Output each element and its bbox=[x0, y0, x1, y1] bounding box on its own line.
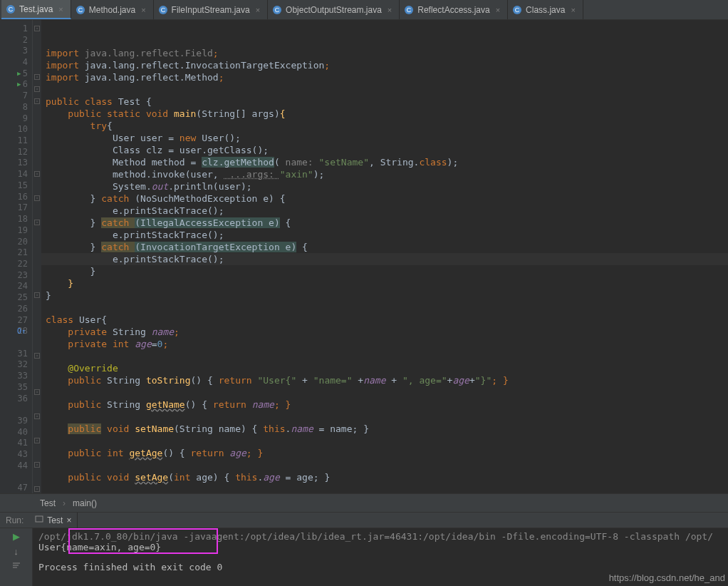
run-title: Run: bbox=[0, 515, 29, 525]
close-icon[interactable]: × bbox=[58, 5, 63, 14]
close-icon[interactable]: × bbox=[66, 515, 71, 525]
class-icon: C bbox=[272, 5, 282, 15]
line-number[interactable]: 16 bbox=[0, 191, 32, 202]
line-number[interactable]: 24 bbox=[0, 281, 32, 292]
line-number[interactable]: 6▶ bbox=[0, 79, 32, 91]
line-number[interactable] bbox=[0, 403, 32, 415]
fold-toggle-icon[interactable]: - bbox=[34, 353, 40, 359]
class-icon: C bbox=[512, 5, 522, 15]
run-gutter-icon[interactable]: ▶ bbox=[17, 70, 21, 77]
line-number[interactable]: 13 bbox=[0, 158, 32, 169]
fold-toggle-icon[interactable]: - bbox=[34, 389, 40, 395]
line-number[interactable]: 19 bbox=[0, 225, 32, 236]
line-number[interactable]: 25 bbox=[0, 292, 32, 303]
close-icon[interactable]: × bbox=[388, 6, 392, 14]
tab-class-java[interactable]: C Class.java × bbox=[508, 0, 583, 19]
line-number[interactable]: 14 bbox=[0, 168, 32, 180]
chevron-right-icon: › bbox=[63, 498, 66, 508]
tab-test-java[interactable]: C Test.java × bbox=[1, 0, 71, 19]
breadcrumb-item[interactable]: Test bbox=[40, 498, 56, 508]
line-number[interactable]: 5▶ bbox=[0, 68, 32, 79]
line-number[interactable]: 22 bbox=[0, 258, 32, 269]
svg-text:C: C bbox=[78, 6, 83, 14]
run-play-icon[interactable]: ▶ bbox=[13, 531, 20, 542]
line-number[interactable]: 41 bbox=[0, 438, 32, 449]
line-number[interactable]: 3 bbox=[0, 45, 32, 56]
line-number[interactable]: 21 bbox=[0, 247, 32, 258]
editor-area[interactable]: 12345▶6▶78910111213141516171819202122232… bbox=[0, 20, 728, 493]
watermark: https://blog.csdn.net/he_and bbox=[609, 572, 725, 583]
line-number[interactable]: 17 bbox=[0, 202, 32, 214]
run-console[interactable]: /opt/jdk1.7.0_80/bin/java -javaagent:/op… bbox=[33, 528, 728, 586]
class-icon: C bbox=[6, 4, 16, 14]
run-tab[interactable]: Test × bbox=[29, 513, 78, 528]
line-number[interactable]: 1 bbox=[0, 23, 32, 34]
class-icon: C bbox=[158, 5, 168, 15]
softwrap-icon[interactable] bbox=[11, 561, 21, 572]
fold-toggle-icon[interactable]: - bbox=[34, 220, 40, 225]
fold-toggle-icon[interactable]: - bbox=[34, 438, 40, 443]
svg-text:C: C bbox=[9, 6, 14, 13]
run-gutter-icon[interactable]: ▶ bbox=[17, 81, 21, 88]
run-down-icon[interactable]: ↓ bbox=[14, 546, 19, 557]
fold-toggle-icon[interactable]: - bbox=[34, 292, 40, 298]
fold-toggle-icon[interactable]: - bbox=[34, 486, 40, 492]
line-number[interactable]: 23 bbox=[0, 269, 32, 281]
line-number[interactable]: 18 bbox=[0, 213, 32, 225]
line-number[interactable]: 31 bbox=[0, 348, 32, 359]
fold-toggle-icon[interactable]: - bbox=[34, 74, 40, 80]
line-number[interactable]: 9 bbox=[0, 113, 32, 124]
line-number[interactable]: 7 bbox=[0, 90, 32, 101]
line-number[interactable]: 40 bbox=[0, 426, 32, 438]
class-icon: C bbox=[76, 5, 85, 15]
fold-toggle-icon[interactable]: - bbox=[34, 171, 40, 177]
line-number[interactable]: 2 bbox=[0, 34, 32, 46]
line-number[interactable]: 47 bbox=[0, 482, 32, 493]
tab-reflectaccess-java[interactable]: C ReflectAccess.java × bbox=[400, 0, 508, 19]
run-tab-label: Test bbox=[47, 515, 63, 525]
line-number[interactable]: 33 bbox=[0, 370, 32, 381]
line-number[interactable]: 27 bbox=[0, 314, 32, 326]
close-icon[interactable]: × bbox=[571, 6, 575, 14]
breadcrumb-item[interactable]: main() bbox=[73, 498, 97, 508]
line-number[interactable]: 35 bbox=[0, 381, 32, 393]
line-number[interactable]: 44 bbox=[0, 460, 32, 471]
line-number[interactable]: 43 bbox=[0, 448, 32, 460]
svg-text:C: C bbox=[275, 6, 280, 14]
line-number[interactable]: 20 bbox=[0, 236, 32, 247]
line-number[interactable]: 32 bbox=[0, 359, 32, 371]
fold-column[interactable]: -------------- bbox=[33, 20, 41, 493]
line-number[interactable]: 4 bbox=[0, 56, 32, 68]
line-number[interactable]: 8 bbox=[0, 101, 32, 113]
line-number[interactable]: 26 bbox=[0, 303, 32, 314]
tab-method-java[interactable]: C Method.java × bbox=[71, 0, 154, 19]
breadcrumb[interactable]: Test › main() bbox=[0, 493, 728, 512]
run-panel: Run: Test × ▶ ↓ /opt/jdk1.7.0_80/bin/jav… bbox=[0, 512, 728, 586]
close-icon[interactable]: × bbox=[496, 6, 500, 14]
line-number[interactable] bbox=[0, 336, 32, 348]
fold-toggle-icon[interactable]: - bbox=[34, 413, 40, 419]
tab-label: Method.java bbox=[89, 5, 135, 15]
override-gutter-icon[interactable]: O↑ bbox=[17, 327, 26, 335]
close-icon[interactable]: × bbox=[256, 6, 260, 14]
close-icon[interactable]: × bbox=[141, 6, 145, 14]
fold-toggle-icon[interactable]: - bbox=[34, 26, 40, 31]
line-number[interactable]: 36 bbox=[0, 393, 32, 404]
line-number[interactable]: 10 bbox=[0, 123, 32, 135]
line-number-gutter[interactable]: 12345▶6▶78910111213141516171819202122232… bbox=[0, 20, 33, 493]
fold-toggle-icon[interactable]: - bbox=[34, 195, 40, 201]
line-number[interactable]: 28O↑ bbox=[0, 325, 32, 336]
line-number[interactable] bbox=[0, 471, 32, 483]
fold-toggle-icon[interactable]: - bbox=[34, 462, 40, 468]
fold-toggle-icon[interactable]: - bbox=[34, 86, 40, 92]
fold-toggle-icon[interactable]: - bbox=[34, 98, 40, 104]
line-number[interactable]: 39 bbox=[0, 415, 32, 426]
line-number[interactable]: 15 bbox=[0, 180, 32, 191]
code-editor[interactable]: import java.lang.reflect.Field; import j… bbox=[41, 20, 728, 493]
tab-fileinputstream-java[interactable]: C FileInputStream.java × bbox=[154, 0, 269, 19]
svg-text:C: C bbox=[160, 6, 165, 14]
line-number[interactable]: 12 bbox=[0, 146, 32, 158]
line-number[interactable]: 11 bbox=[0, 135, 32, 146]
tab-objectoutputstream-java[interactable]: C ObjectOutputStream.java × bbox=[268, 0, 400, 19]
tab-label: Test.java bbox=[19, 4, 53, 14]
